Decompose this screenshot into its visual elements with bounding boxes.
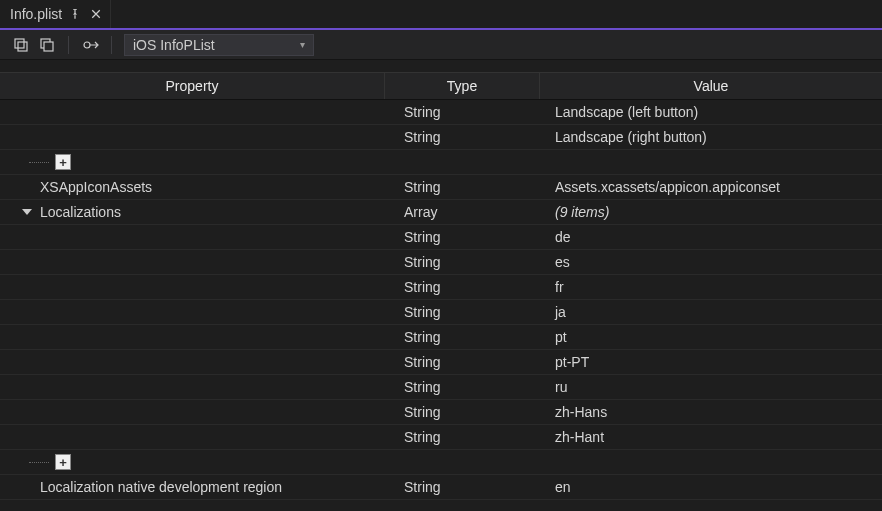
- table-row[interactable]: String pt: [0, 325, 882, 350]
- cell-type: String: [385, 279, 540, 295]
- table-row[interactable]: String Landscape (left button): [0, 100, 882, 125]
- cell-value: ja: [540, 304, 882, 320]
- toolbar: iOS InfoPList ▾: [0, 30, 882, 60]
- view-mode-icon[interactable]: [81, 36, 99, 54]
- cell-type: String: [385, 379, 540, 395]
- cell-type: String: [385, 254, 540, 270]
- table-row[interactable]: String fr: [0, 275, 882, 300]
- add-button[interactable]: +: [55, 154, 71, 170]
- cell-type: String: [385, 104, 540, 120]
- tab-bar: Info.plist: [0, 0, 882, 30]
- cell-value: ru: [540, 379, 882, 395]
- cell-property: Localization native development region: [0, 479, 282, 495]
- dropdown-label: iOS InfoPList: [133, 37, 215, 53]
- cell-type: String: [385, 304, 540, 320]
- svg-rect-1: [18, 42, 27, 51]
- chevron-down-icon: ▾: [300, 39, 305, 50]
- svg-rect-3: [44, 42, 53, 51]
- cell-value: Landscape (right button): [540, 129, 882, 145]
- collapse-all-icon[interactable]: [38, 36, 56, 54]
- cell-type: String: [385, 229, 540, 245]
- cell-value: en: [540, 479, 882, 495]
- svg-point-4: [84, 42, 90, 48]
- close-icon[interactable]: [88, 6, 104, 22]
- cell-type: String: [385, 404, 540, 420]
- cell-property: XSAppIconAssets: [0, 179, 152, 195]
- cell-type: String: [385, 479, 540, 495]
- column-header-property[interactable]: Property: [0, 73, 385, 99]
- expander-icon[interactable]: [22, 209, 32, 215]
- table-row[interactable]: Localizations Array (9 items): [0, 200, 882, 225]
- toolbar-divider: [111, 36, 112, 54]
- table-row[interactable]: String Landscape (right button): [0, 125, 882, 150]
- column-header-value[interactable]: Value: [540, 73, 882, 99]
- cell-value: Assets.xcassets/appicon.appiconset: [540, 179, 882, 195]
- cell-value: (9 items): [540, 204, 882, 220]
- cell-type: String: [385, 129, 540, 145]
- table-row[interactable]: String zh-Hans: [0, 400, 882, 425]
- table-row[interactable]: XSAppIconAssets String Assets.xcassets/a…: [0, 175, 882, 200]
- cell-type: String: [385, 354, 540, 370]
- tab-title: Info.plist: [10, 6, 62, 22]
- toolbar-divider: [68, 36, 69, 54]
- pin-icon[interactable]: [70, 6, 80, 22]
- table-row[interactable]: String ja: [0, 300, 882, 325]
- cell-property: Localizations: [0, 204, 121, 220]
- cell-value: Landscape (left button): [540, 104, 882, 120]
- table-row[interactable]: String es: [0, 250, 882, 275]
- column-header-type[interactable]: Type: [385, 73, 540, 99]
- cell-value: fr: [540, 279, 882, 295]
- cell-type: String: [385, 329, 540, 345]
- tab-info-plist[interactable]: Info.plist: [0, 0, 111, 28]
- cell-value: de: [540, 229, 882, 245]
- table-row[interactable]: String zh-Hant: [0, 425, 882, 450]
- add-row[interactable]: +: [0, 450, 882, 475]
- cell-value: es: [540, 254, 882, 270]
- column-header-row: Property Type Value: [0, 72, 882, 100]
- table-row[interactable]: Localization native development region S…: [0, 475, 882, 500]
- cell-type: Array: [385, 204, 540, 220]
- add-button[interactable]: +: [55, 454, 71, 470]
- cell-value: pt-PT: [540, 354, 882, 370]
- cell-value: zh-Hans: [540, 404, 882, 420]
- table-row[interactable]: String de: [0, 225, 882, 250]
- cell-value: pt: [540, 329, 882, 345]
- plist-type-dropdown[interactable]: iOS InfoPList ▾: [124, 34, 314, 56]
- add-row[interactable]: +: [0, 150, 882, 175]
- expand-all-icon[interactable]: [12, 36, 30, 54]
- table-row[interactable]: String ru: [0, 375, 882, 400]
- svg-rect-0: [15, 39, 24, 48]
- property-grid: String Landscape (left button) String La…: [0, 100, 882, 500]
- cell-type: String: [385, 179, 540, 195]
- table-row[interactable]: String pt-PT: [0, 350, 882, 375]
- cell-type: String: [385, 429, 540, 445]
- cell-value: zh-Hant: [540, 429, 882, 445]
